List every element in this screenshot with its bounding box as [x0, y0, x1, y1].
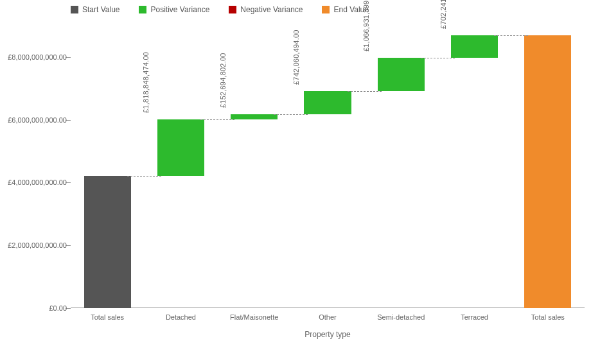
legend-swatch-negative [229, 6, 236, 13]
category: £8,687,729,672.00Total sales [511, 26, 585, 308]
legend-swatch-end [322, 6, 330, 13]
category: £702,241,148.00Terraced [437, 26, 511, 308]
x-tick-label: Terraced [461, 308, 488, 321]
waterfall-bar[interactable] [451, 35, 498, 57]
x-tick-label: Flat/Maisonette [230, 308, 278, 321]
y-tick-label: £8,000,000,000.00 [8, 53, 71, 61]
legend-label-positive: Positive Variance [150, 5, 209, 14]
category: £4,204,953,355.00Total sales [71, 26, 144, 308]
legend-swatch-positive [139, 6, 146, 13]
waterfall-connector [348, 91, 382, 92]
waterfall-connector [127, 176, 161, 177]
bar-value-label: £702,241,148.00 [439, 0, 447, 29]
category: £152,694,802.00Flat/Maisonette [218, 26, 291, 308]
waterfall-bar[interactable] [157, 119, 204, 177]
legend-item-positive: Positive Variance [139, 5, 209, 14]
waterfall-connector [421, 58, 455, 58]
x-tick-label: Detached [166, 308, 196, 321]
bar-value-label: £1,066,931,399.00 [363, 0, 371, 51]
waterfall-bar[interactable] [378, 58, 425, 91]
bar-value-label: £1,818,848,474.00 [143, 51, 150, 112]
y-tick-label: £0.00 [49, 304, 71, 312]
waterfall-connector [200, 119, 234, 120]
legend-label-negative: Negative Variance [240, 5, 303, 14]
waterfall-bar[interactable]: £4,204,953,355.00 [84, 176, 131, 308]
x-tick-label: Other [319, 308, 337, 321]
legend: Start Value Positive Variance Negative V… [71, 5, 369, 14]
legend-item-negative: Negative Variance [229, 5, 303, 14]
x-tick-label: Total sales [91, 308, 124, 321]
category: £1,066,931,399.00Semi-detached [364, 26, 437, 308]
bar-value-label: £4,204,953,355.00 [69, 242, 77, 303]
waterfall-connector [494, 35, 528, 36]
waterfall-bar[interactable] [304, 91, 351, 114]
y-tick-label: £4,000,000,000.00 [8, 178, 71, 186]
legend-item-end: End Value [322, 5, 369, 14]
category: £1,818,848,474.00Detached [144, 26, 217, 308]
waterfall-bar[interactable]: £8,687,729,672.00 [524, 35, 571, 308]
bar-value-label: £152,694,802.00 [219, 53, 227, 108]
bar-value-label: £742,060,494.00 [292, 30, 300, 85]
category: £742,060,494.00Other [291, 26, 364, 308]
legend-item-start: Start Value [71, 5, 119, 14]
legend-label-start: Start Value [82, 5, 119, 14]
plot-area: £0.00£2,000,000,000.00£4,000,000,000.00£… [71, 26, 585, 308]
x-tick-label: Total sales [531, 308, 565, 321]
legend-swatch-start [71, 6, 78, 13]
waterfall-bar[interactable] [231, 114, 278, 119]
y-tick-label: £6,000,000,000.00 [8, 116, 71, 124]
waterfall-connector [274, 114, 308, 115]
x-tick-label: Semi-detached [377, 308, 425, 321]
y-tick-label: £2,000,000,000.00 [8, 241, 71, 249]
bar-value-label: £8,687,729,672.00 [509, 242, 517, 303]
